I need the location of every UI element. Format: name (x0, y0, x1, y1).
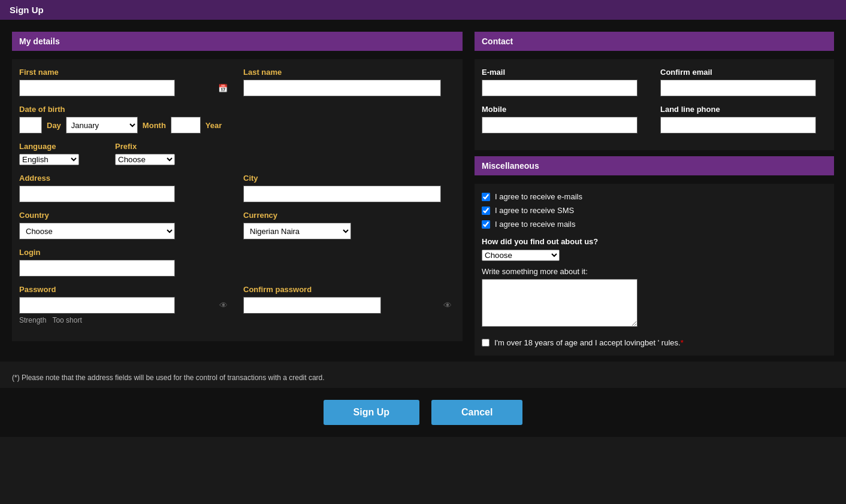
left-panel: My details First name 📅 Last name (12, 32, 463, 356)
checkbox-sms: I agree to receive SMS (482, 206, 827, 215)
checkbox-sms-label: I agree to receive SMS (495, 206, 574, 215)
login-group: Login (19, 248, 455, 277)
language-label: Language (19, 142, 79, 151)
right-panel: Contact E-mail Confirm email Mobile (475, 32, 834, 356)
dob-label: Date of birth (19, 105, 65, 114)
misc-body: I agree to receive e-mails I agree to re… (475, 184, 834, 356)
password-wrapper: 👁 (19, 297, 231, 314)
phone-row: Mobile Land line phone (482, 105, 827, 133)
address-city-row: Address City (19, 174, 455, 202)
bottom-buttons: Sign Up Cancel (0, 388, 846, 437)
address-input[interactable] (19, 186, 175, 202)
contact-section: Contact E-mail Confirm email Mobile (475, 32, 834, 150)
confirm-email-group: Confirm email (660, 68, 827, 96)
dob-group: Date of birth Day January February March… (19, 105, 455, 133)
email-group: E-mail (482, 68, 648, 96)
day-label: Day (47, 121, 61, 130)
language-select[interactable]: English French Spanish Portuguese (19, 154, 79, 165)
mobile-group: Mobile (482, 105, 648, 133)
confirm-password-input[interactable] (243, 297, 381, 314)
first-name-wrapper: 📅 (19, 80, 231, 96)
confirm-email-label: Confirm email (660, 68, 827, 77)
checkbox-emails: I agree to receive e-mails (482, 192, 827, 201)
currency-label: Currency (243, 211, 455, 220)
landline-label: Land line phone (660, 105, 827, 114)
confirm-password-label: Confirm password (243, 285, 455, 294)
prefix-group: Prefix Choose Mr Mrs Ms Dr (115, 142, 175, 165)
city-input[interactable] (243, 186, 441, 202)
login-input[interactable] (19, 260, 175, 277)
write-more-textarea[interactable] (482, 279, 637, 327)
country-currency-row: Country Choose Nigeria Ghana Kenya South… (19, 211, 455, 239)
how-find-label: How did you find out about us? (482, 237, 827, 246)
strength-value: Too short (52, 316, 81, 324)
address-group: Address (19, 174, 231, 202)
landline-input[interactable] (660, 117, 816, 133)
dob-day-input[interactable] (19, 117, 42, 133)
last-name-label: Last name (243, 68, 455, 77)
year-label: Year (206, 121, 222, 130)
confirm-password-group: Confirm password 👁 (243, 285, 455, 324)
city-label: City (243, 174, 455, 183)
terms-required: * (681, 338, 684, 347)
address-label: Address (19, 174, 231, 183)
title-text: Sign Up (10, 5, 44, 15)
country-label: Country (19, 211, 231, 220)
mobile-input[interactable] (482, 117, 637, 133)
month-label: Month (143, 121, 166, 130)
how-find-group: How did you find out about us? Choose Se… (482, 237, 827, 261)
first-name-input[interactable] (19, 80, 175, 96)
my-details-header: My details (12, 32, 463, 51)
terms-label: I'm over 18 years of age and I accept lo… (494, 338, 684, 347)
misc-header: Miscellaneous (475, 156, 834, 175)
email-label: E-mail (482, 68, 648, 77)
confirm-password-wrapper: 👁 (243, 297, 455, 314)
confirm-email-input[interactable] (660, 80, 816, 96)
login-label: Login (19, 248, 455, 257)
contact-body: E-mail Confirm email Mobile Land line ph… (475, 59, 834, 150)
mobile-label: Mobile (482, 105, 648, 114)
prefix-select[interactable]: Choose Mr Mrs Ms Dr (115, 154, 175, 165)
last-name-input[interactable] (243, 80, 441, 96)
dob-month-select[interactable]: January February March April May June Ju… (66, 117, 138, 133)
contact-header: Contact (475, 32, 834, 51)
confirm-password-eye-icon[interactable]: 👁 (443, 300, 452, 310)
terms-row: I'm over 18 years of age and I accept lo… (482, 338, 827, 347)
cancel-button[interactable]: Cancel (431, 400, 522, 425)
title-bar: Sign Up (0, 0, 846, 20)
first-name-label: First name (19, 68, 231, 77)
calendar-icon: 📅 (218, 84, 228, 93)
terms-checkbox[interactable] (482, 339, 490, 347)
country-group: Country Choose Nigeria Ghana Kenya South… (19, 211, 231, 239)
password-eye-icon[interactable]: 👁 (219, 300, 228, 310)
dob-year-input[interactable] (171, 117, 201, 133)
lang-prefix-row: Language English French Spanish Portugue… (19, 142, 455, 165)
strength-row: Strength Too short (19, 316, 231, 324)
password-input[interactable] (19, 297, 175, 314)
email-input[interactable] (482, 80, 637, 96)
strength-label: Strength (19, 316, 46, 324)
country-select[interactable]: Choose Nigeria Ghana Kenya South Africa (19, 223, 175, 239)
email-row: E-mail Confirm email (482, 68, 827, 96)
checkbox-mails-input[interactable] (482, 220, 490, 229)
city-group: City (243, 174, 455, 202)
password-row: Password 👁 Strength Too short Confirm pa… (19, 285, 455, 324)
my-details-body: First name 📅 Last name Date of birth (12, 59, 463, 341)
password-label: Password (19, 285, 231, 294)
write-more-group: Write something more about it: (482, 267, 827, 329)
currency-select[interactable]: Nigerian Naira US Dollar Euro British Po… (243, 223, 351, 239)
language-group: Language English French Spanish Portugue… (19, 142, 79, 165)
dob-row: Day January February March April May Jun… (19, 117, 455, 133)
prefix-label: Prefix (115, 142, 175, 151)
how-find-select[interactable]: Choose Search Engine Social Media Friend… (482, 250, 560, 261)
note-text: (*) Please note that the address fields … (0, 368, 846, 388)
sign-up-button[interactable]: Sign Up (324, 400, 419, 425)
landline-group: Land line phone (660, 105, 827, 133)
checkbox-mails-label: I agree to receive mails (495, 220, 575, 229)
checkbox-emails-label: I agree to receive e-mails (495, 192, 582, 201)
last-name-group: Last name (243, 68, 455, 96)
checkbox-emails-input[interactable] (482, 193, 490, 201)
checkbox-sms-input[interactable] (482, 207, 490, 215)
miscellaneous-section: Miscellaneous I agree to receive e-mails… (475, 156, 834, 356)
name-row: First name 📅 Last name (19, 68, 455, 96)
